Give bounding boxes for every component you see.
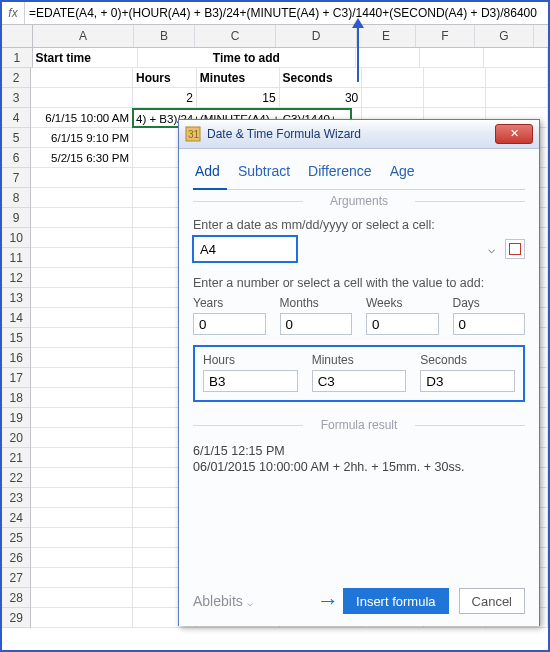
col-header-D[interactable]: D (276, 25, 357, 47)
dialog-titlebar[interactable]: 31 Date & Time Formula Wizard ✕ (179, 120, 539, 149)
col-header-C[interactable]: C (195, 25, 276, 47)
row-header[interactable]: 13 (2, 288, 31, 308)
row-header[interactable]: 16 (2, 348, 31, 368)
tab-difference[interactable]: Difference (308, 163, 372, 179)
cell[interactable] (31, 228, 133, 248)
tab-add[interactable]: Add (195, 163, 220, 179)
cell[interactable] (31, 248, 133, 268)
cell[interactable] (486, 68, 548, 88)
cell-merged[interactable]: Time to add (138, 48, 356, 68)
cell[interactable] (362, 68, 424, 88)
row-header[interactable]: 25 (2, 528, 31, 548)
row-header[interactable]: 21 (2, 448, 31, 468)
cell[interactable] (31, 348, 133, 368)
cell[interactable] (31, 268, 133, 288)
insert-formula-button[interactable]: Insert formula (343, 588, 448, 614)
cell[interactable] (31, 488, 133, 508)
cell[interactable] (31, 68, 133, 88)
row-header[interactable]: 24 (2, 508, 31, 528)
row-header[interactable]: 14 (2, 308, 31, 328)
cell[interactable] (424, 68, 486, 88)
row-header[interactable]: 18 (2, 388, 31, 408)
close-button[interactable]: ✕ (495, 124, 533, 144)
cell[interactable] (31, 288, 133, 308)
chevron-down-icon[interactable]: ⌵ (483, 242, 499, 256)
cell[interactable]: Hours (133, 68, 197, 88)
range-picker-icon[interactable] (505, 239, 525, 259)
cell[interactable] (486, 88, 548, 108)
cell[interactable] (484, 48, 548, 68)
cell[interactable]: Minutes (197, 68, 280, 88)
row-header[interactable]: 10 (2, 228, 31, 248)
cell[interactable] (31, 468, 133, 488)
row-header[interactable]: 7 (2, 168, 31, 188)
tab-age[interactable]: Age (390, 163, 415, 179)
row-header[interactable]: 27 (2, 568, 31, 588)
row-header[interactable]: 19 (2, 408, 31, 428)
cell[interactable]: 2 (133, 88, 197, 108)
cell[interactable] (31, 568, 133, 588)
row-header[interactable]: 3 (2, 88, 31, 108)
cell[interactable] (420, 48, 484, 68)
cell[interactable] (31, 428, 133, 448)
row-header[interactable]: 29 (2, 608, 31, 628)
cell[interactable]: 5/2/15 6:30 PM (31, 148, 133, 168)
cell[interactable] (31, 608, 133, 628)
cell[interactable] (31, 408, 133, 428)
row-header[interactable]: 4 (2, 108, 31, 128)
cell[interactable] (31, 88, 133, 108)
row-header[interactable]: 22 (2, 468, 31, 488)
years-input[interactable] (193, 313, 266, 335)
cell[interactable]: 30 (280, 88, 363, 108)
col-header-E[interactable]: E (357, 25, 416, 47)
row-header[interactable]: 5 (2, 128, 31, 148)
weeks-input[interactable] (366, 313, 439, 335)
row-header[interactable]: 11 (2, 248, 31, 268)
cell[interactable] (31, 168, 133, 188)
col-header-A[interactable]: A (33, 25, 134, 47)
days-input[interactable] (453, 313, 526, 335)
cell[interactable] (356, 48, 420, 68)
cell[interactable] (31, 548, 133, 568)
cell[interactable] (31, 448, 133, 468)
cell[interactable]: 6/1/15 9:10 PM (31, 128, 133, 148)
cell[interactable]: Seconds (280, 68, 363, 88)
row-header[interactable]: 15 (2, 328, 31, 348)
cell[interactable] (31, 208, 133, 228)
row-header[interactable]: 2 (2, 68, 31, 88)
cell[interactable] (31, 188, 133, 208)
cell[interactable]: Start time (33, 48, 138, 68)
cell[interactable] (31, 528, 133, 548)
row-header[interactable]: 20 (2, 428, 31, 448)
months-input[interactable] (280, 313, 353, 335)
cell[interactable] (31, 388, 133, 408)
seconds-input[interactable] (420, 370, 515, 392)
col-header-G[interactable]: G (475, 25, 534, 47)
cancel-button[interactable]: Cancel (459, 588, 525, 614)
cell[interactable] (31, 508, 133, 528)
cell[interactable] (31, 308, 133, 328)
cell[interactable] (31, 588, 133, 608)
date-input[interactable] (193, 236, 297, 262)
row-header[interactable]: 6 (2, 148, 31, 168)
cell[interactable] (31, 368, 133, 388)
col-header-B[interactable]: B (134, 25, 195, 47)
hours-input[interactable] (203, 370, 298, 392)
row-header[interactable]: 23 (2, 488, 31, 508)
cell[interactable] (362, 88, 424, 108)
cell[interactable] (424, 88, 486, 108)
cell[interactable]: 6/1/15 10:00 AM (31, 108, 133, 128)
minutes-input[interactable] (312, 370, 407, 392)
tab-subtract[interactable]: Subtract (238, 163, 290, 179)
row-header[interactable]: 12 (2, 268, 31, 288)
row-header[interactable]: 28 (2, 588, 31, 608)
row-header[interactable]: 9 (2, 208, 31, 228)
formula-input[interactable]: =EDATE(A4, + 0)+(HOUR(A4) + B3)/24+(MINU… (25, 2, 548, 24)
row-header[interactable]: 26 (2, 548, 31, 568)
fx-icon[interactable]: fx (2, 2, 25, 24)
col-header-F[interactable]: F (416, 25, 475, 47)
row-header[interactable]: 1 (2, 48, 33, 68)
row-header[interactable]: 17 (2, 368, 31, 388)
select-all-corner[interactable] (2, 25, 33, 47)
cell[interactable] (31, 328, 133, 348)
